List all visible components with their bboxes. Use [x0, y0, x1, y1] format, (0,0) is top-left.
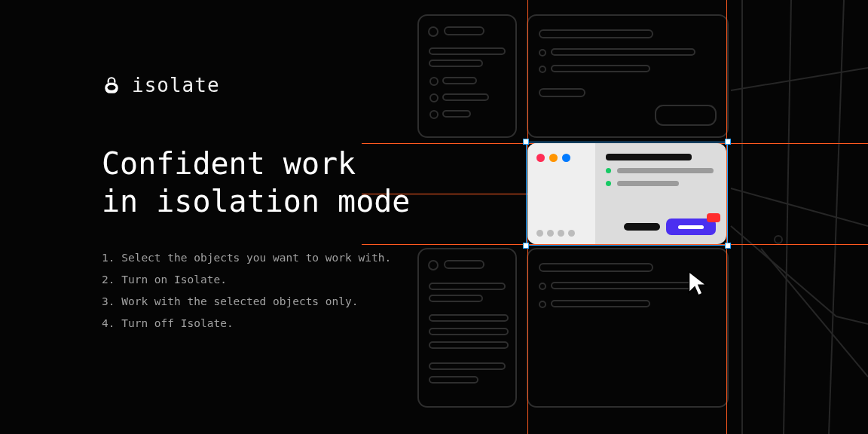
card-row	[606, 168, 716, 173]
guide-right	[726, 0, 727, 434]
dot-orange-icon	[549, 154, 558, 162]
svg-point-37	[775, 236, 782, 243]
traffic-light-dots	[536, 154, 586, 162]
pager-dot-icon	[536, 230, 543, 237]
step-item: Turn on Isolate.	[102, 269, 494, 291]
svg-rect-23	[527, 15, 728, 137]
cursor-icon	[687, 270, 710, 298]
card-sidebar	[527, 143, 595, 244]
svg-rect-32	[539, 264, 653, 271]
svg-rect-22	[429, 377, 478, 383]
svg-rect-30	[539, 89, 585, 96]
svg-rect-21	[429, 363, 505, 369]
pager-dots	[536, 230, 586, 237]
pager-dot-icon	[558, 230, 564, 237]
isolated-card[interactable]	[527, 143, 726, 244]
svg-point-33	[539, 283, 546, 289]
dot-red-icon	[536, 154, 545, 162]
status-dot-icon	[606, 168, 611, 173]
dot-blue-icon	[562, 154, 570, 162]
pager-dot-icon	[547, 230, 554, 237]
svg-rect-36	[552, 301, 649, 307]
card-footer	[624, 219, 716, 235]
isolated-card-selection[interactable]	[527, 143, 726, 244]
svg-rect-31	[656, 105, 716, 125]
svg-rect-4	[429, 48, 505, 54]
svg-rect-3	[445, 27, 484, 35]
brand-row: isolate	[102, 74, 494, 96]
isolate-lock-icon	[102, 75, 121, 95]
hero-copy: isolate Confident work in isolation mode…	[102, 74, 494, 335]
svg-point-35	[539, 301, 546, 307]
step-item: Turn off Isolate.	[102, 313, 494, 335]
svg-point-2	[429, 27, 438, 36]
headline: Confident work in isolation mode	[102, 145, 494, 220]
svg-point-28	[539, 66, 546, 72]
svg-rect-5	[429, 60, 482, 66]
svg-rect-34	[552, 283, 695, 289]
step-item: Select the objects you want to work with…	[102, 247, 494, 269]
step-item: Work with the selected objects only.	[102, 291, 494, 313]
svg-point-26	[539, 50, 546, 56]
pager-dot-icon	[568, 230, 575, 237]
card-row	[606, 181, 716, 186]
svg-rect-27	[552, 49, 695, 55]
status-dot-icon	[606, 181, 611, 186]
card-row-bar	[617, 181, 679, 186]
svg-rect-29	[552, 66, 649, 72]
svg-rect-25	[539, 30, 653, 38]
steps-list: Select the objects you want to work with…	[102, 247, 494, 335]
svg-rect-20	[429, 342, 508, 348]
brand-name: isolate	[132, 74, 220, 96]
svg-point-39	[108, 85, 116, 90]
card-content	[595, 143, 726, 244]
card-title-bar	[606, 154, 692, 160]
card-chip	[624, 223, 660, 231]
card-row-bar	[617, 168, 714, 173]
notification-badge-icon	[707, 213, 720, 222]
card-primary-button[interactable]	[666, 219, 716, 235]
